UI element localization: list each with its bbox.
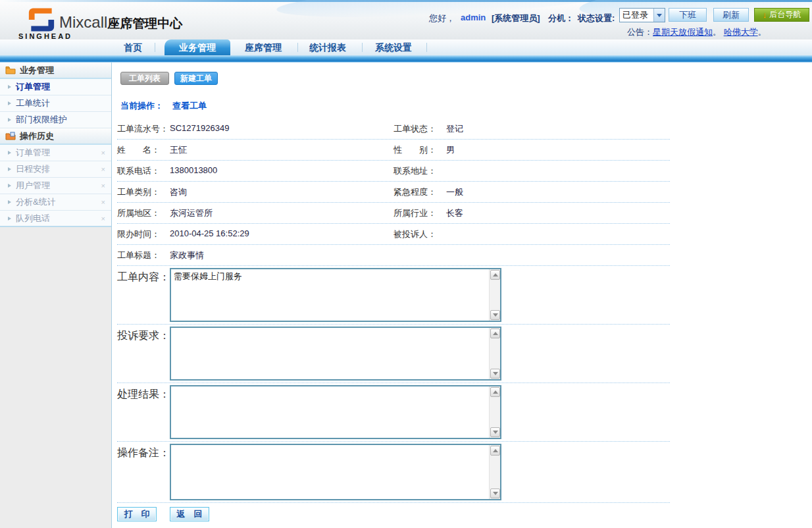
- textarea-scrollbar[interactable]: [489, 328, 500, 379]
- close-icon[interactable]: ×: [101, 198, 105, 206]
- tab-home[interactable]: 首页: [118, 40, 147, 55]
- workorder-content-textarea[interactable]: 需要保姆上门服务: [170, 268, 501, 322]
- workorder-list-button[interactable]: 工单列表: [120, 72, 169, 85]
- textarea-row: 处理结果：: [117, 383, 670, 442]
- tab-separator: [155, 43, 155, 52]
- sidebar-history-order-management[interactable]: 订单管理 ×: [0, 145, 111, 161]
- field-label: 性 别：: [393, 144, 446, 156]
- sidebar-section-title: 操作历史: [20, 130, 54, 142]
- scroll-up-button[interactable]: [490, 329, 500, 338]
- sidebar-history-queue-phone[interactable]: 队列电话 ×: [0, 211, 111, 227]
- chevron-down-icon[interactable]: [653, 9, 665, 22]
- field-value: 男: [446, 144, 455, 156]
- tab-separator: [426, 43, 427, 52]
- scroll-down-button[interactable]: [490, 488, 500, 498]
- scroll-up-button[interactable]: [490, 270, 500, 280]
- arrow-bullet-icon: [8, 118, 11, 122]
- notice-link-holiday[interactable]: 星期天放假通知: [653, 27, 713, 37]
- sidebar-item-dept-permission[interactable]: 部门权限维护: [0, 112, 111, 128]
- user-role: [系统管理员]: [492, 13, 540, 24]
- page: SINGHEAD Mixcall座席管理中心 您好， admin [系统管理员]…: [0, 0, 812, 528]
- operation-note-textarea[interactable]: [170, 444, 501, 500]
- tab-separator: [362, 43, 363, 52]
- current-operation-value: 查看工单: [172, 101, 207, 111]
- tab-statistics-report[interactable]: 统计报表: [308, 40, 347, 55]
- sidebar-item-label: 订单管理: [16, 81, 50, 93]
- field-label: 所属行业：: [393, 207, 446, 219]
- scroll-down-button[interactable]: [490, 310, 500, 320]
- notice-link-harvard[interactable]: 哈佛大学: [724, 27, 758, 37]
- scroll-up-button[interactable]: [490, 446, 500, 456]
- arrow-bullet-icon: [8, 184, 11, 188]
- form-row: 工单标题：家政事情: [117, 245, 670, 266]
- print-button[interactable]: 打 印: [117, 507, 157, 521]
- field-value: 1380013800: [170, 165, 217, 177]
- notice-period: 。: [713, 27, 721, 37]
- arrow-bullet-icon: [8, 167, 11, 171]
- workorder-form: 工单流水号：SC1271926349 工单状态：登记 姓 名：王怔 性 别：男 …: [117, 119, 670, 521]
- field-label: 工单状态：: [393, 123, 446, 135]
- field-value: 一般: [446, 186, 463, 198]
- field-label: 联系地址：: [393, 165, 446, 177]
- sidebar-history-analysis-stats[interactable]: 分析&统计 ×: [0, 194, 111, 211]
- field-value: 咨询: [170, 186, 187, 198]
- field-value: 2010-04-25 16:52:29: [170, 228, 249, 240]
- field-label: 姓 名：: [117, 144, 170, 156]
- tab-system-settings[interactable]: 系统设置: [374, 40, 413, 55]
- app-title-brand: Mixcall: [59, 13, 107, 31]
- history-folder-icon: [5, 132, 16, 140]
- backend-nav-button[interactable]: ↓ 后台导航: [754, 8, 809, 22]
- textarea-row: 操作备注：: [117, 442, 670, 503]
- app-title-rest: 座席管理中心: [107, 16, 182, 30]
- form-row: 工单流水号：SC1271926349 工单状态：登记: [117, 119, 670, 140]
- sidebar: 业务管理 订单管理 工单统计 部门权限维护 操作历史 订单管理 ×: [0, 63, 112, 528]
- field-label: 被投诉人：: [393, 228, 446, 240]
- arrow-bullet-icon: [8, 85, 11, 89]
- field-value: 王怔: [170, 144, 187, 156]
- current-operation-label: 当前操作：: [120, 101, 163, 111]
- singhead-logo-icon: [25, 7, 58, 33]
- sidebar-item-label: 工单统计: [16, 97, 50, 109]
- field-value: 东河运管所: [170, 207, 213, 219]
- sidebar-history-user-management[interactable]: 用户管理 ×: [0, 178, 111, 194]
- refresh-button[interactable]: 刷新: [713, 8, 749, 22]
- sidebar-history-schedule[interactable]: 日程安排 ×: [0, 161, 111, 178]
- field-label: 工单流水号：: [117, 123, 170, 135]
- status-select[interactable]: 已登录: [619, 8, 665, 22]
- off-duty-button[interactable]: 下班: [669, 8, 707, 22]
- sidebar-item-label: 用户管理: [16, 180, 50, 192]
- field-label: 限办时间：: [117, 228, 170, 240]
- tab-seat-management[interactable]: 座席管理: [243, 40, 283, 55]
- textarea-scrollbar[interactable]: [489, 386, 500, 438]
- field-label: 所属地区：: [117, 207, 170, 219]
- field-label: 工单内容：: [117, 268, 170, 322]
- form-row: 姓 名：王怔 性 别：男: [117, 140, 670, 161]
- username: admin: [461, 13, 486, 22]
- new-workorder-button[interactable]: 新建工单: [174, 72, 218, 85]
- field-label: 联系电话：: [117, 165, 170, 177]
- sidebar-item-workorder-stats[interactable]: 工单统计: [0, 95, 111, 112]
- back-button[interactable]: 返 回: [170, 507, 209, 521]
- notice-period: 。: [758, 27, 767, 37]
- main-nav: 首页 业务管理 座席管理 统计报表 系统设置: [0, 40, 812, 55]
- close-icon[interactable]: ×: [101, 149, 105, 157]
- field-label: 投诉要求：: [117, 327, 170, 381]
- scroll-down-button[interactable]: [490, 427, 500, 437]
- extension-label: 分机：: [548, 13, 574, 24]
- textarea-scrollbar[interactable]: [489, 269, 500, 321]
- scroll-down-button[interactable]: [490, 369, 500, 379]
- textarea-scrollbar[interactable]: [489, 445, 500, 499]
- handle-result-textarea[interactable]: [170, 385, 501, 439]
- close-icon[interactable]: ×: [101, 165, 105, 173]
- form-row: 限办时间：2010-04-25 16:52:29 被投诉人：: [117, 224, 670, 245]
- header: SINGHEAD Mixcall座席管理中心 您好， admin [系统管理员]…: [0, 0, 812, 40]
- textarea-text: 需要保姆上门服务: [174, 271, 486, 282]
- tab-business-management[interactable]: 业务管理: [165, 40, 230, 55]
- backend-nav-label: 后台导航: [769, 9, 801, 20]
- sidebar-item-order-management[interactable]: 订单管理: [0, 79, 111, 95]
- sidebar-section-title: 业务管理: [20, 65, 54, 76]
- complaint-request-textarea[interactable]: [170, 327, 501, 381]
- scroll-up-button[interactable]: [490, 387, 500, 397]
- close-icon[interactable]: ×: [101, 215, 105, 223]
- close-icon[interactable]: ×: [101, 182, 105, 190]
